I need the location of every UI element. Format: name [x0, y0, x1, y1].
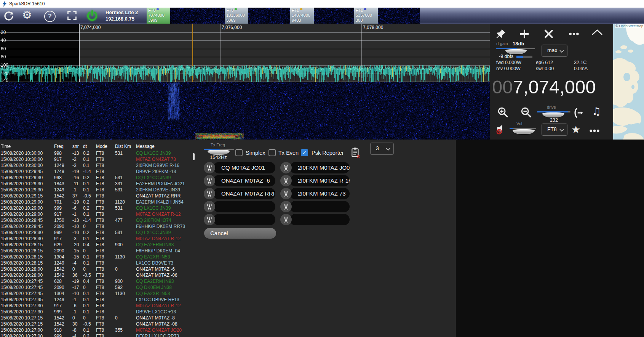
decode-row[interactable]: 15/08/2020 10:29:451749-19-1.4FT8DB9VE 2…: [0, 168, 190, 175]
more-options-button[interactable]: [589, 125, 600, 138]
mute-button[interactable]: [495, 123, 507, 136]
decode-row[interactable]: 15/08/2020 10:29:301843-110.1FT8331EA2ER…: [0, 181, 190, 187]
macro-text-field[interactable]: [213, 201, 275, 212]
decode-row[interactable]: 15/08/2020 10:29:00999-60.2FT8531CQ LX1C…: [0, 205, 190, 211]
decode-row[interactable]: 15/08/2020 10:29:00701-190.2FT81120EA2ER…: [0, 199, 190, 205]
decode-row[interactable]: 15/08/2020 10:28:451750-13-1.4FT8477CQ 2…: [0, 217, 190, 223]
clear-log-button[interactable]: x: [350, 147, 361, 160]
volume-label: Vol: [516, 121, 522, 126]
decode-row[interactable]: 15/08/2020 10:30:001249-30.1FT82I0FKM DB…: [0, 162, 190, 168]
macro-send-button[interactable]: [280, 214, 292, 225]
receiver-tab-5357000[interactable]: FT8 5357000 308: [354, 8, 378, 24]
decode-row[interactable]: 15/08/2020 10:28:00154236-0.5FT8ON4ZAT M…: [0, 272, 190, 278]
macro-text-field[interactable]: [290, 214, 350, 225]
favorite-button[interactable]: ★: [571, 124, 580, 135]
collapse-panel-button[interactable]: [591, 29, 603, 37]
decode-row[interactable]: 15/08/2020 10:27:15154230-0.5FT8ON4ZAT M…: [0, 321, 190, 327]
decode-row[interactable]: 15/08/2020 10:29:00917-10.1FT8M0TAZ ON4Z…: [0, 211, 190, 217]
macro-text-field[interactable]: ON4ZAT M0TAZ RRR: [213, 188, 275, 199]
macro-send-button[interactable]: [280, 175, 292, 186]
decode-row[interactable]: 15/08/2020 10:28:30999-100.2FT8531CQ LX1…: [0, 229, 190, 236]
mode-dropdown[interactable]: FT8: [542, 124, 567, 136]
audio-stream-button[interactable]: ♫: [592, 105, 601, 117]
macro-text-field[interactable]: 2I0FKM M0TAZ R-16: [290, 175, 350, 186]
decode-row[interactable]: 15/08/2020 10:28:30917-30.1FT8M0TAZ ON4Z…: [0, 236, 190, 242]
macro-text-field[interactable]: 2I0FKM M0TAZ 73: [290, 188, 350, 199]
macro-text-field[interactable]: ON4ZAT M0TAZ -6: [213, 175, 275, 186]
help-button[interactable]: ?: [44, 11, 56, 22]
power-button[interactable]: [86, 10, 97, 21]
waterfall-display[interactable]: [0, 82, 490, 140]
macro-text-field[interactable]: [213, 214, 275, 225]
simplex-checkbox[interactable]: [235, 149, 243, 156]
macro-send-button[interactable]: [204, 162, 215, 173]
psk-reporter-checkbox[interactable]: ✓: [301, 149, 308, 156]
col-header-dt[interactable]: dt: [83, 143, 96, 149]
frequency-display[interactable]: 007,074,000: [492, 76, 596, 98]
col-header-dist[interactable]: Dist Km: [115, 143, 136, 149]
decode-row[interactable]: 15/08/2020 10:27:00999-40.2FT8DF8RJ LX1C…: [0, 333, 190, 337]
zoom-out-button[interactable]: [520, 106, 532, 120]
tx-route-button[interactable]: [572, 107, 584, 120]
decode-row[interactable]: 15/08/2020 10:27:451249-10.1FT8LX1CC DB9…: [0, 297, 190, 303]
tx-period-dropdown[interactable]: 3: [370, 143, 394, 155]
zoom-in-button[interactable]: [497, 106, 509, 120]
receiver-tab-10136000[interactable]: FT8 10136000 5069: [225, 8, 248, 24]
col-header-message[interactable]: Message: [136, 143, 187, 149]
decode-row[interactable]: 15/08/2020 10:27:45628-190.4FT8900CQ EA2…: [0, 278, 190, 284]
macro-text-field[interactable]: [290, 201, 350, 212]
macro-text-field[interactable]: CQ M0TAZ JO01: [213, 162, 275, 173]
decode-row[interactable]: 15/08/2020 10:27:30999-10.1FT8DB9VE LX1C…: [0, 309, 190, 315]
decode-row[interactable]: 15/08/2020 10:28:152090-150FT8F6HHK/P DK…: [0, 248, 190, 254]
waterfall-thumbnail[interactable]: [314, 8, 354, 24]
tx-even-checkbox[interactable]: [268, 149, 276, 156]
macro-send-button[interactable]: [204, 175, 215, 186]
col-header-mode[interactable]: Mode: [96, 143, 115, 149]
macro-send-button[interactable]: [280, 188, 292, 199]
macro-send-button[interactable]: [280, 162, 292, 173]
location-map[interactable]: © OpenStreetMap: [613, 24, 644, 140]
decode-row[interactable]: 15/08/2020 10:28:00154200FT80ON4ZAT M0TA…: [0, 266, 190, 272]
col-header-time[interactable]: Time: [1, 143, 54, 149]
macro-send-button[interactable]: [204, 214, 215, 225]
macro-send-button[interactable]: [280, 201, 292, 212]
decode-scrollbar-thumb[interactable]: [193, 153, 195, 160]
macro-text-field[interactable]: 2I0FKM M0TAZ JO01: [290, 162, 350, 173]
refresh-button[interactable]: [3, 10, 14, 21]
waterfall-thumbnail[interactable]: [170, 8, 225, 24]
cancel-button[interactable]: Cancel: [204, 228, 276, 239]
drive-slider-thumb[interactable]: [542, 112, 564, 117]
add-receiver-button[interactable]: [519, 28, 530, 41]
decode-row[interactable]: 15/08/2020 10:29:15154237-0.5FT8ON4ZAT M…: [0, 193, 190, 199]
spectrum-display[interactable]: 20 40 60 80 100 120 140 7,074,000 7,076,…: [0, 24, 490, 82]
receiver-tab-14074000[interactable]: FT8 14074000 9403: [290, 8, 314, 24]
decode-row[interactable]: 15/08/2020 10:27:451304-100.1FT81130CQ E…: [0, 290, 190, 297]
decode-row[interactable]: 15/08/2020 10:29:30998-160.2FT8531CQ LX1…: [0, 175, 190, 181]
more-button[interactable]: [568, 28, 580, 41]
decode-row[interactable]: 15/08/2020 10:27:15154200FT80ON4ZAT M0TA…: [0, 315, 190, 321]
decode-table[interactable]: 15/08/2020 10:30:00998-130.2FT8531CQ LX1…: [0, 150, 190, 337]
settings-button[interactable]: ⚙: [22, 9, 34, 21]
decode-row[interactable]: 15/08/2020 10:28:151249-40.1FT8LX1CC DB9…: [0, 260, 190, 266]
macro-send-button[interactable]: [204, 188, 215, 199]
col-header-snr[interactable]: snr: [72, 143, 83, 149]
pin-button[interactable]: [495, 28, 507, 41]
decode-row[interactable]: 15/08/2020 10:30:00998-130.2FT8531CQ LX1…: [0, 150, 190, 156]
decode-row[interactable]: 15/08/2020 10:27:00918-80.1FT8355M0TAZ O…: [0, 327, 190, 333]
decode-row[interactable]: 15/08/2020 10:27:30917-60.1FT8M0TAZ ON4Z…: [0, 303, 190, 309]
macro-send-button[interactable]: [204, 201, 215, 212]
close-receiver-button[interactable]: [543, 28, 555, 41]
col-header-freq[interactable]: Freq: [54, 143, 72, 149]
volume-slider-thumb[interactable]: [513, 129, 535, 134]
decode-row[interactable]: 15/08/2020 10:28:452090-100FT8F6HHK/P DK…: [0, 223, 190, 229]
decode-row[interactable]: 15/08/2020 10:29:301249-10.1FT85312I0FKM…: [0, 187, 190, 193]
decode-row[interactable]: 15/08/2020 10:28:15629-200.4FT8900CQ EA2…: [0, 242, 190, 248]
fullscreen-button[interactable]: [67, 10, 78, 21]
waterfall-thumbnail[interactable]: [248, 8, 290, 24]
decode-row[interactable]: 15/08/2020 10:28:151304-150.1FT81130CQ E…: [0, 254, 190, 260]
decode-row[interactable]: 15/08/2020 10:30:00917-20.1FT8M0TAZ ON4Z…: [0, 156, 190, 162]
agc-dropdown[interactable]: max: [542, 45, 567, 57]
decode-row[interactable]: 15/08/2020 10:27:452090-170FT8592CQ DK0E…: [0, 284, 190, 290]
waterfall-thumbnail[interactable]: [378, 8, 420, 24]
receiver-tab-7074000[interactable]: FT8 7074000 3999: [147, 8, 170, 24]
